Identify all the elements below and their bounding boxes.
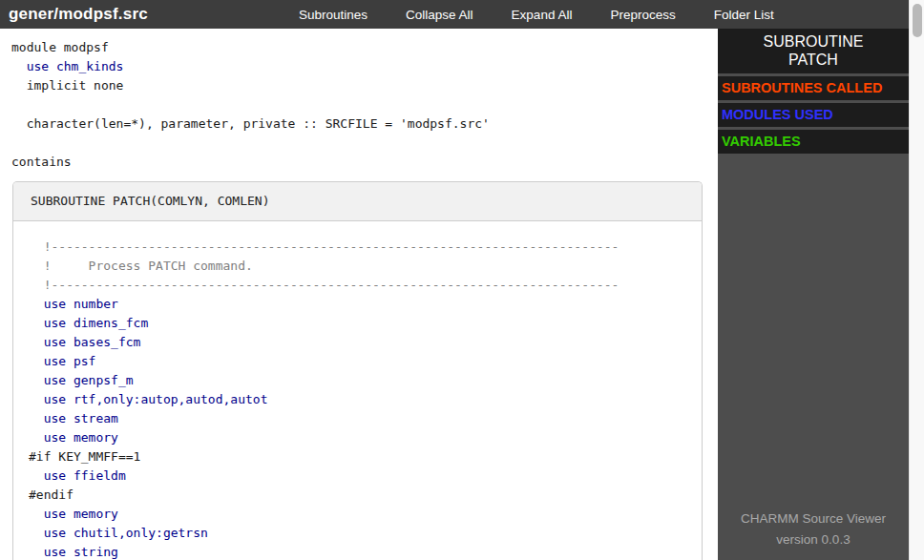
code-line[interactable]: use chutil,only:getrsn	[29, 524, 702, 543]
app-version-footer: CHARMM Source Viewer version 0.0.3	[718, 508, 909, 550]
sidebar-section-variables[interactable]: VARIABLES	[718, 130, 909, 154]
code-line: implicit none	[11, 76, 718, 95]
code-line[interactable]: use number	[29, 295, 702, 314]
code-line: !---------------------------------------…	[29, 238, 702, 257]
source-view: module modpsf use chm_kinds implicit non…	[0, 29, 718, 560]
code-line[interactable]: use memory	[29, 428, 702, 447]
subroutine-patch-body: !---------------------------------------…	[13, 221, 702, 560]
code-line[interactable]: use genpsf_m	[29, 371, 702, 390]
code-line: #if KEY_MMFF==1	[29, 447, 702, 467]
code-line[interactable]: use bases_fcm	[29, 333, 702, 352]
top-bar: gener/modpsf.src SubroutinesCollapse All…	[0, 0, 909, 29]
top-menu: SubroutinesCollapse AllExpand AllPreproc…	[299, 0, 774, 29]
code-line[interactable]: use ffieldm	[29, 467, 702, 486]
code-line: !---------------------------------------…	[29, 276, 702, 295]
menu-item-folder-list[interactable]: Folder List	[714, 8, 774, 22]
code-line[interactable]: use dimens_fcm	[29, 314, 702, 333]
code-line: module modpsf	[11, 38, 718, 57]
code-line[interactable]: use rtf,only:autop,autod,autot	[29, 390, 702, 409]
code-line: ! Process PATCH command.	[29, 257, 702, 276]
code-line	[11, 95, 718, 114]
code-line: #endif	[29, 486, 702, 505]
app-name: CHARMM Source Viewer	[718, 508, 909, 529]
sidebar-title-line2: PATCH	[720, 51, 907, 69]
vertical-scrollbar-track[interactable]	[909, 0, 924, 560]
code-line[interactable]: use memory	[29, 505, 702, 524]
code-line[interactable]: use string	[29, 543, 702, 560]
subroutine-patch-header[interactable]: SUBROUTINE PATCH(COMLYN, COMLEN)	[13, 182, 702, 221]
code-line[interactable]: use psf	[29, 352, 702, 371]
code-line: character(len=*), parameter, private :: …	[11, 114, 718, 134]
menu-item-collapse-all[interactable]: Collapse All	[406, 8, 473, 22]
file-title: gener/modpsf.src	[9, 5, 148, 24]
menu-item-preprocess[interactable]: Preprocess	[610, 8, 675, 22]
app-version: version 0.0.3	[718, 529, 909, 550]
sidebar-subroutine-title: SUBROUTINE PATCH	[718, 29, 909, 73]
sidebar-section-subroutines-called[interactable]: SUBROUTINES CALLED	[718, 76, 909, 100]
sidebar-title-line1: SUBROUTINE	[720, 32, 907, 51]
code-line[interactable]: use chm_kinds	[11, 57, 718, 76]
subroutine-signature: SUBROUTINE PATCH(COMLYN, COMLEN)	[31, 192, 684, 211]
code-line: contains	[11, 153, 718, 172]
vertical-scrollbar-thumb[interactable]	[913, 4, 922, 37]
code-line	[11, 134, 718, 153]
sidebar-sections: SUBROUTINES CALLEDMODULES USEDVARIABLES	[718, 76, 909, 154]
subroutine-patch-box: SUBROUTINE PATCH(COMLYN, COMLEN) !------…	[12, 181, 703, 560]
sidebar-section-modules-used[interactable]: MODULES USED	[718, 103, 909, 127]
module-code-block: module modpsf use chm_kinds implicit non…	[0, 29, 718, 172]
info-sidebar: SUBROUTINE PATCH SUBROUTINES CALLEDMODUL…	[718, 29, 909, 560]
menu-item-subroutines[interactable]: Subroutines	[299, 8, 368, 22]
menu-item-expand-all[interactable]: Expand All	[512, 8, 573, 22]
code-line[interactable]: use stream	[29, 409, 702, 428]
